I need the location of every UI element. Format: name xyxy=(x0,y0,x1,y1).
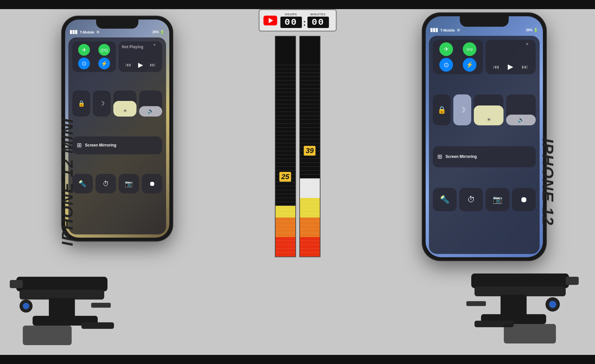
right-cc-row5: 🔦 ⏱ 📷 ⏺ xyxy=(433,188,536,211)
svg-rect-8 xyxy=(81,322,114,329)
right-phone-notch xyxy=(460,16,509,27)
right-prev-btn[interactable]: ⏮ xyxy=(493,63,500,71)
right-control-center: ✈ ((•)) ⊙ ⚡ ⊕ ⏮ ▶ ⏭ xyxy=(429,36,540,254)
left-record-btn[interactable]: ⏺ xyxy=(142,174,162,193)
left-now-playing: ⊕ Not Playing ⏮ ▶ ⏭ xyxy=(119,41,162,72)
left-battery-icon: 🔋 xyxy=(160,30,164,34)
left-rotation-lock-btn[interactable]: 🔒 xyxy=(72,91,90,117)
right-screen-mirror-icon: ⊞ xyxy=(437,153,442,160)
left-brightness-slider[interactable]: ☀ xyxy=(113,91,136,117)
right-playback-controls[interactable]: ⏮ ▶ ⏭ xyxy=(489,63,532,71)
svg-rect-13 xyxy=(566,277,579,285)
right-next-btn[interactable]: ⏭ xyxy=(522,63,528,71)
right-cc-row3: 🔒 ☽ ☀ 🔊 xyxy=(433,94,536,125)
right-phone-screen: ▊▊▊ T-Mobile ⊙ 39% 🔋 ✈ ((•) xyxy=(426,16,543,257)
robot-arm-right xyxy=(416,251,595,355)
svg-rect-0 xyxy=(16,277,107,291)
right-volume-slider[interactable]: 🔊 xyxy=(506,94,536,125)
left-cellular-btn[interactable]: ((•)) xyxy=(98,44,110,56)
left-cc-row3: 🔒 ☽ ☀ 🔊 xyxy=(72,91,162,117)
battery-label-right: 39 xyxy=(304,146,316,156)
right-phone-container: ▊▊▊ T-Mobile ⊙ 39% 🔋 ✈ ((•) xyxy=(419,13,549,280)
timer-widget: HOURS 00 : MINUTES 00 xyxy=(259,9,337,32)
left-wifi-icon: ⊙ xyxy=(96,30,99,34)
left-volume-icon: 🔊 xyxy=(148,108,154,114)
robot-arm-left xyxy=(0,251,163,355)
left-camera-btn[interactable]: 📷 xyxy=(119,174,139,193)
right-airplane-btn[interactable]: ✈ xyxy=(439,42,453,56)
left-carrier: T-Mobile xyxy=(80,30,94,34)
left-status-bar: ▊▊▊ T-Mobile ⊙ 25% 🔋 xyxy=(70,30,164,34)
right-cc-row1: ✈ ((•)) ⊙ ⚡ ⊕ ⏮ ▶ ⏭ xyxy=(433,40,536,74)
left-brightness-icon: ☀ xyxy=(123,108,127,114)
left-bluetooth-btn[interactable]: ⚡ xyxy=(98,58,110,69)
right-bluetooth-btn[interactable]: ⚡ xyxy=(463,58,476,72)
right-brightness-slider[interactable]: ☀ xyxy=(474,94,503,125)
left-phone-label: iPHONE 12 MiNi xyxy=(58,118,76,246)
left-play-btn[interactable]: ▶ xyxy=(138,61,143,69)
right-play-btn[interactable]: ▶ xyxy=(508,63,513,71)
svg-rect-19 xyxy=(504,324,556,343)
right-phone-frame: ▊▊▊ T-Mobile ⊙ 39% 🔋 ✈ ((•) xyxy=(422,13,546,260)
battery-bars: 25 39 xyxy=(275,36,320,257)
right-carrier: T-Mobile xyxy=(440,28,455,32)
right-phone-label: iPHONE 12 xyxy=(539,138,557,226)
left-screen-mirror-label: Screen Mirroring xyxy=(85,143,116,147)
right-timer-btn[interactable]: ⏱ xyxy=(459,188,483,211)
left-phone-screen: ▊▊▊ T-Mobile ⊙ 25% 🔋 ✈ ((•) xyxy=(65,20,169,238)
left-dnd-btn[interactable]: ☽ xyxy=(93,91,111,117)
right-connectivity-grid: ✈ ((•)) ⊙ ⚡ xyxy=(433,40,483,74)
youtube-icon xyxy=(263,16,277,25)
top-bar xyxy=(0,0,595,9)
left-control-center: ✈ ((•)) ⊙ ⚡ ⊕ Not Playing ⏮ ▶ ⏭ xyxy=(68,37,166,234)
right-screen-mirror-label: Screen Mirroring xyxy=(446,154,477,159)
left-wifi-btn[interactable]: ⊙ xyxy=(78,58,90,69)
battery-label-left: 25 xyxy=(279,172,291,182)
left-connectivity-grid: ✈ ((•)) ⊙ ⚡ xyxy=(72,41,116,72)
right-airplay-icon: ⊕ xyxy=(526,42,529,46)
left-airplane-btn[interactable]: ✈ xyxy=(78,44,90,56)
svg-rect-3 xyxy=(10,280,23,288)
timer-display: HOURS 00 : MINUTES 00 xyxy=(280,13,332,28)
right-rotation-lock-btn[interactable]: 🔒 xyxy=(433,94,451,125)
right-screen-mirroring-row[interactable]: ⊞ Screen Mirroring xyxy=(433,146,536,167)
battery-bar-left: 25 xyxy=(275,36,296,257)
svg-point-5 xyxy=(23,303,29,309)
right-flashlight-btn[interactable]: 🔦 xyxy=(433,188,457,211)
left-next-btn[interactable]: ⏭ xyxy=(150,62,156,68)
svg-rect-10 xyxy=(471,273,569,288)
left-timer-btn[interactable]: ⏱ xyxy=(95,174,116,193)
right-cellular-btn[interactable]: ((•)) xyxy=(463,42,476,56)
right-record-btn[interactable]: ⏺ xyxy=(512,188,536,211)
svg-rect-17 xyxy=(466,301,486,306)
right-now-playing: ⊕ ⏮ ▶ ⏭ xyxy=(486,40,536,74)
right-wifi-icon: ⊙ xyxy=(457,28,460,32)
left-cc-row1: ✈ ((•)) ⊙ ⚡ ⊕ Not Playing ⏮ ▶ ⏭ xyxy=(72,41,162,71)
left-phone-notch xyxy=(96,20,138,29)
right-wifi-btn[interactable]: ⊙ xyxy=(439,58,453,72)
battery-bar-right: 39 xyxy=(299,36,320,257)
svg-rect-7 xyxy=(91,303,111,308)
left-phone-frame: ▊▊▊ T-Mobile ⊙ 25% 🔋 ✈ ((•) xyxy=(62,16,173,241)
bottom-bar xyxy=(0,355,595,364)
right-battery-text: 39% xyxy=(526,28,532,32)
left-battery-text: 25% xyxy=(152,30,159,34)
left-cc-row5: 🔦 ⏱ 📷 ⏺ xyxy=(72,174,162,193)
svg-point-15 xyxy=(549,301,556,308)
left-playback-controls[interactable]: ⏮ ▶ ⏭ xyxy=(122,61,159,69)
right-volume-icon: 🔊 xyxy=(518,117,524,123)
left-screen-mirror-icon: ⊞ xyxy=(77,142,82,149)
left-screen-mirroring-row[interactable]: ⊞ Screen Mirroring xyxy=(72,136,162,154)
right-signal-bars: ▊▊▊ xyxy=(431,28,438,32)
right-brightness-icon: ☀ xyxy=(487,117,491,123)
right-dnd-btn[interactable]: ☽ xyxy=(453,94,471,125)
right-battery-icon: 🔋 xyxy=(533,28,538,32)
svg-rect-9 xyxy=(23,326,72,345)
left-prev-btn[interactable]: ⏮ xyxy=(125,62,131,68)
right-camera-btn[interactable]: 📷 xyxy=(486,188,509,211)
left-signal-bars: ▊▊▊ xyxy=(70,30,78,34)
left-airplay-icon: ⊕ xyxy=(153,43,156,46)
left-volume-slider[interactable]: 🔊 xyxy=(139,91,162,117)
right-status-bar: ▊▊▊ T-Mobile ⊙ 39% 🔋 xyxy=(431,28,538,32)
